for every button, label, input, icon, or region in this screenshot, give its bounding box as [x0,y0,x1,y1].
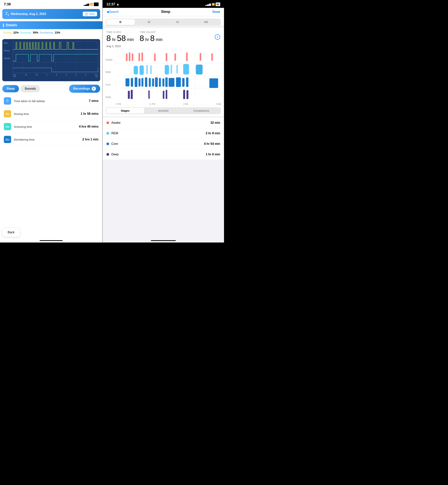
svg-rect-16 [126,53,127,61]
status-icons-left: ▂▄▆ 📶 93 [84,2,99,6]
svg-rect-28 [139,65,144,75]
time-in-bed-label: TIME IN BED [106,31,134,33]
svg-rect-30 [150,65,152,74]
sleep-tab-button[interactable]: Sleep [2,85,19,92]
stage-chart-svg [116,51,221,100]
chart-label-snooz: Snooz. [4,49,10,52]
time-in-bed-col: TIME IN BED 8 hr 58 min [106,31,134,43]
svg-rect-25 [200,53,201,61]
tab-buttons: Sleep Sounds Recordings 0 [0,83,103,95]
date-header-left: Zz Wednesday, Aug 2, 2023 [5,11,46,17]
nav-title: Sleep [161,10,170,14]
recordings-label: Recordings [73,87,90,90]
nav-done-button[interactable]: Done [213,10,220,14]
svg-rect-22 [166,53,167,61]
svg-rect-27 [134,66,138,74]
metric-value-0: 7 mins [89,99,99,103]
time-asleep-hr-unit: hr [144,37,150,42]
stage-item-rem: REM 2 hr 8 min [103,128,224,139]
sleep-summary: TIME IN BED 8 hr 58 min TIME ASLEEP 8 hr… [103,28,224,45]
slumbering-sleep-icon: Zz₂ [6,138,9,141]
battery-left: 93 [94,2,98,6]
time-labels: 9:41PM 11 12 1 2 3 4 5 6:37AM [13,74,98,78]
time-asleep-col: TIME ASLEEP 8 hr 8 min [140,31,162,43]
svg-rect-48 [168,78,174,87]
period-tab-d[interactable]: D [106,19,135,25]
metric-row-2: Zz₂ Snoozing time 4 hrs 49 mins [2,120,100,133]
home-indicator-left [40,240,63,241]
sleep-icon-header: Zz [5,11,9,17]
time-axis-2am: 2 AM [183,103,188,105]
diary-button[interactable]: 📋 Diary [83,12,97,16]
seg-tab-stages[interactable]: Stages [106,108,144,113]
time-axis-5am: 5 AM [216,103,221,105]
stage-duration-core: 4 hr 54 min [204,142,220,146]
time-label-2: 12 [36,74,38,78]
svg-rect-40 [141,78,143,87]
info-button[interactable]: i [215,34,220,40]
svg-rect-24 [186,52,188,61]
svg-rect-26 [211,53,213,61]
stage-dot-core [106,143,109,145]
svg-rect-54 [131,90,133,99]
svg-rect-17 [129,52,130,61]
chart-area [13,41,98,73]
left-panel: 7:38 ▂▄▆ 📶 93 Zz Wednesday, Aug 2, 2023 … [0,0,103,242]
time-asleep-value: 8 hr 8 min [140,34,162,42]
seg-tab-amounts[interactable]: Amounts [144,108,182,113]
recordings-badge: 0 [92,87,96,91]
wifi-icon-right: 📶 [212,3,215,6]
stage-labels: Awake REM Core Deep [106,51,115,105]
period-tab-w[interactable]: W [135,19,163,25]
stage-name-rem: REM [112,132,206,135]
snoozing-label: Snoozing: [20,31,32,34]
nav-bar: ◀ Search Sleep Done [103,8,224,16]
period-tab-m[interactable]: M [163,19,192,25]
dozing-sleep-icon: Zz₂ [6,113,9,115]
svg-rect-35 [196,65,202,74]
right-panel: 12:37 ▲ ▂▄▆ 📶 92 ◀ Search Sleep Done D W… [103,0,224,242]
stage-svg [116,51,221,100]
svg-rect-38 [135,77,137,87]
nav-back-label: Search [109,10,119,14]
details-header: Details [0,21,103,29]
chart-labels: Doz. Snooz. Slumb. [4,42,10,59]
metric-label-3: Slumbering time [14,138,80,141]
date-header: Zz Wednesday, Aug 2, 2023 📋 Diary [2,9,100,19]
seg-tab-comparisons[interactable]: Comparisons [182,108,220,113]
time-axis-8pm: 8 PM [116,103,121,105]
stage-dot-rem [106,132,109,135]
back-button[interactable]: Back [2,228,20,237]
svg-rect-46 [162,78,164,87]
sounds-tab-button[interactable]: Sounds [21,85,40,92]
stage-chart-area: Awake REM Core Deep [106,51,221,105]
chart-label-slumb: Slumb. [4,57,10,59]
time-label-7: 5 [85,74,86,78]
stage-name-core: Core [112,142,204,146]
snoozing-value: 55% [33,31,38,34]
svg-rect-55 [148,90,150,99]
sleep-stage-chart: Awake REM Core Deep [103,50,224,105]
svg-rect-52 [209,78,218,88]
svg-rect-42 [149,78,151,87]
signal-icon-left: ▂▄▆ [84,3,89,6]
stage-duration-rem: 2 hr 8 min [206,132,220,135]
svg-rect-33 [176,65,178,73]
period-tab-6m[interactable]: 6M [192,19,220,25]
svg-rect-44 [155,77,158,87]
svg-rect-29 [146,65,148,74]
svg-rect-18 [132,53,133,61]
svg-rect-58 [183,90,185,99]
recordings-tab-button[interactable]: Recordings 0 [69,85,100,93]
metric-label-0: Time taken to fall asleep [14,99,86,103]
svg-rect-20 [141,52,143,61]
stage-label-core: Core [106,83,115,86]
sleep-content[interactable]: D W M 6M TIME IN BED 8 hr 58 min TIME AS… [103,16,224,242]
status-time-right: 12:37 ▲ [106,2,120,6]
stage-label-awake: Awake [106,58,115,61]
svg-rect-31 [165,65,169,74]
nav-back-button[interactable]: ◀ Search [106,10,119,14]
metric-label-1: Dozing time [14,112,78,115]
stage-label-deep: Deep [106,96,115,98]
stage-item-core: Core 4 hr 54 min [103,139,224,149]
